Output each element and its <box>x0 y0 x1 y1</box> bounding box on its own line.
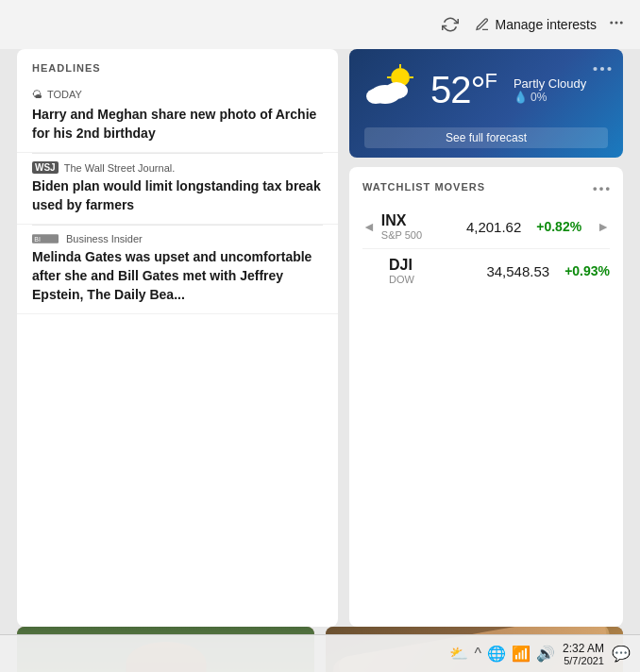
svg-point-5 <box>593 67 597 71</box>
watchlist-widget: WATCHLIST MOVERS ◄ INX S&P 500 4 <box>349 167 623 627</box>
svg-point-18 <box>606 187 610 191</box>
headlines-title: HEADLINES <box>17 49 338 81</box>
svg-point-15 <box>366 89 385 104</box>
stock-row-inx[interactable]: ◄ INX S&P 500 4,201.62 +0.82% ► <box>362 205 610 249</box>
weather-condition-icon <box>364 62 421 118</box>
stock-price-inx: 4,201.62 <box>466 219 521 235</box>
taskbar-date-display: 5/7/2021 <box>563 655 604 666</box>
svg-point-2 <box>620 21 623 24</box>
source-2: WSJ The Wall Street Journal. <box>32 161 323 174</box>
taskbar-clock: 2:32 AM 5/7/2021 <box>563 642 604 666</box>
weather-main: 52°F Partly Cloudy 💧 0% <box>364 62 608 118</box>
svg-point-14 <box>385 82 408 99</box>
refresh-icon[interactable] <box>437 11 463 38</box>
manage-interests-label: Manage interests <box>496 17 597 32</box>
stock-nav-left[interactable]: ◄ <box>362 219 376 234</box>
stock-row-dji[interactable]: DJI DOW 34,548.53 +0.93% <box>362 249 610 293</box>
taskbar-wifi-icon: 📶 <box>512 645 531 663</box>
right-panel: 52°F Partly Cloudy 💧 0% See full forecas… <box>349 49 623 627</box>
today-badge: 🌤 TODAY <box>32 89 323 100</box>
watchlist-title: WATCHLIST MOVERS <box>362 181 485 193</box>
weather-description: Partly Cloudy 💧 0% <box>514 76 586 104</box>
stock-left-dji: DJI DOW <box>362 257 414 285</box>
more-options-button[interactable] <box>608 14 625 36</box>
svg-text:BI: BI <box>34 237 41 244</box>
taskbar-notification-icon[interactable]: 💬 <box>612 645 631 663</box>
taskbar-arrow-icon: ^ <box>474 646 481 663</box>
weather-more-button[interactable] <box>593 59 612 76</box>
svg-point-1 <box>615 21 618 24</box>
news-item-3-title: Melinda Gates was upset and uncomfortabl… <box>32 248 323 304</box>
manage-interests-button[interactable]: Manage interests <box>475 17 597 32</box>
taskbar-system-icons: ⛅ ^ 🌐 📶 🔊 <box>449 645 555 663</box>
see-full-forecast-button[interactable]: See full forecast <box>364 127 608 148</box>
svg-point-16 <box>593 187 597 191</box>
svg-point-0 <box>610 21 613 24</box>
news-item-2[interactable]: WSJ The Wall Street Journal. Biden plan … <box>17 154 338 225</box>
watchlist-more-button[interactable] <box>593 178 610 195</box>
weather-temperature: 52°F <box>430 69 497 111</box>
stock-change-inx: +0.82% <box>536 219 581 234</box>
svg-point-17 <box>599 187 603 191</box>
taskbar-weather-icon: ⛅ <box>449 645 468 663</box>
news-item-3[interactable]: BI Business Insider Melinda Gates was up… <box>17 226 338 314</box>
stock-left-inx: ◄ INX S&P 500 <box>362 212 422 241</box>
stock-price-dji: 34,548.53 <box>486 263 549 279</box>
source-3: BI Business Insider <box>32 233 323 244</box>
taskbar-time-display: 2:32 AM <box>563 642 604 655</box>
watchlist-header: WATCHLIST MOVERS <box>362 178 610 195</box>
weather-precipitation: 💧 0% <box>514 91 586 104</box>
stock-nav-right[interactable]: ► <box>597 219 610 234</box>
svg-point-6 <box>600 67 604 71</box>
wsj-badge: WSJ <box>32 161 59 174</box>
top-bar: Manage interests <box>0 0 640 49</box>
taskbar-network-icon: 🌐 <box>487 645 506 663</box>
taskbar-speaker-icon: 🔊 <box>536 645 555 663</box>
weather-widget: 52°F Partly Cloudy 💧 0% See full forecas… <box>349 49 623 158</box>
news-item-1-title: Harry and Meghan share new photo of Arch… <box>32 106 323 143</box>
headlines-panel: HEADLINES 🌤 TODAY Harry and Meghan share… <box>17 49 338 627</box>
stock-change-dji: +0.93% <box>564 263 610 278</box>
news-item-1[interactable]: 🌤 TODAY Harry and Meghan share new photo… <box>17 81 338 153</box>
taskbar: ⛅ ^ 🌐 📶 🔊 2:32 AM 5/7/2021 💬 <box>0 634 640 672</box>
sun-icon: 🌤 <box>32 89 42 100</box>
news-item-2-title: Biden plan would limit longstanding tax … <box>32 177 323 214</box>
main-content: HEADLINES 🌤 TODAY Harry and Meghan share… <box>0 49 640 627</box>
svg-point-7 <box>607 67 611 71</box>
